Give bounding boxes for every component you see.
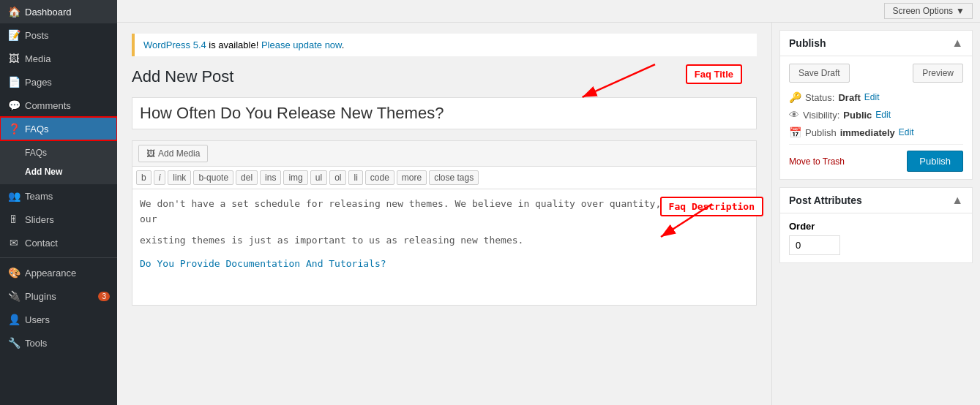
bold-button[interactable]: b — [136, 170, 152, 185]
publish-metabox: Publish ▲ Save Draft Preview 🔑 Status: D… — [779, 30, 973, 180]
post-attributes-collapse-icon[interactable]: ▲ — [951, 194, 963, 207]
post-title-input[interactable] — [132, 97, 757, 129]
content-area: WordPress 5.4 is available! Please updat… — [117, 23, 980, 405]
add-media-bar: 🖼 Add Media — [132, 140, 757, 166]
posts-icon: 📝 — [7, 29, 20, 41]
contact-icon: ✉ — [7, 237, 20, 249]
ul-button[interactable]: ul — [310, 170, 327, 185]
editor-line-4: Do You Provide Documentation And Tutoria… — [140, 257, 749, 272]
plugins-badge: 3 — [98, 292, 110, 301]
plugins-icon: 🔌 — [7, 290, 20, 302]
li-button[interactable]: li — [348, 170, 362, 185]
publish-title: Publish — [789, 37, 826, 49]
italic-button[interactable]: i — [154, 170, 166, 185]
calendar-icon: 📅 — [789, 126, 801, 138]
faqs-submenu: FAQs Add New — [0, 140, 117, 184]
users-icon: 👤 — [7, 314, 20, 325]
post-title-container: Faq Title — [132, 97, 757, 129]
status-icon: 🔑 — [789, 91, 801, 103]
publish-time-edit-link[interactable]: Edit — [899, 127, 914, 137]
appearance-icon: 🎨 — [7, 267, 20, 279]
publish-footer: Move to Trash Publish — [789, 144, 963, 172]
sidebar: 🏠 Dashboard 📝 Posts 🖼 Media 📄 Pages 💬 Co… — [0, 0, 117, 405]
sidebar-item-plugins[interactable]: 🔌 Plugins 3 — [0, 284, 117, 308]
sidebar-sub-faqs[interactable]: FAQs — [0, 143, 117, 162]
wordpress-version-link[interactable]: WordPress 5.4 — [143, 39, 206, 50]
status-edit-link[interactable]: Edit — [864, 92, 880, 102]
faqs-icon: ❓ — [7, 123, 20, 135]
visibility-row: 👁 Visibility: Public Edit — [789, 109, 963, 121]
add-media-icon: 🖼 — [146, 148, 155, 159]
preview-button[interactable]: Preview — [913, 64, 963, 83]
publish-button[interactable]: Publish — [907, 151, 963, 172]
del-button[interactable]: del — [236, 170, 258, 185]
editor-area: WordPress 5.4 is available! Please updat… — [117, 23, 771, 405]
page-title: Add New Post — [132, 67, 757, 86]
close-tags-button[interactable]: close tags — [429, 170, 479, 185]
post-attributes-title: Post Attributes — [789, 194, 862, 206]
sidebar-item-appearance[interactable]: 🎨 Appearance — [0, 261, 117, 284]
sliders-icon: 🎚 — [7, 213, 20, 225]
visibility-edit-link[interactable]: Edit — [875, 110, 891, 120]
update-notice: WordPress 5.4 is available! Please updat… — [132, 34, 757, 56]
comments-icon: 💬 — [7, 99, 20, 111]
sidebar-item-pages[interactable]: 📄 Pages — [0, 70, 117, 94]
img-button[interactable]: img — [283, 170, 307, 185]
post-attributes-metabox: Post Attributes ▲ Order — [779, 187, 973, 263]
more-button[interactable]: more — [397, 170, 427, 185]
sidebar-item-contact[interactable]: ✉ Contact — [0, 231, 117, 254]
sidebar-item-media[interactable]: 🖼 Media — [0, 47, 117, 70]
tools-icon: 🔧 — [7, 337, 20, 349]
editor-line-2: existing themes is just as important to … — [140, 233, 749, 249]
status-value: Draft — [838, 92, 860, 103]
topbar: Screen Options ▼ — [117, 0, 980, 23]
sidebar-item-dashboard[interactable]: 🏠 Dashboard — [0, 0, 117, 23]
main-content: Screen Options ▼ WordPress 5.4 is availa… — [117, 0, 980, 405]
sidebar-sub-add-new[interactable]: Add New — [0, 162, 117, 181]
publish-metabox-header: Publish ▲ — [780, 31, 972, 56]
faq-title-annotation: Faq Title — [686, 64, 742, 84]
sidebar-item-posts[interactable]: 📝 Posts — [0, 23, 117, 47]
post-attributes-header: Post Attributes ▲ — [780, 188, 972, 213]
dashboard-icon: 🏠 — [7, 6, 20, 18]
bquote-button[interactable]: b-quote — [193, 170, 233, 185]
publish-time-value: immediately — [840, 127, 895, 138]
move-to-trash-link[interactable]: Move to Trash — [789, 156, 845, 167]
editor-line-1: We don't have a set schedule for releasi… — [140, 197, 749, 227]
post-attributes-body: Order — [780, 213, 972, 262]
update-now-link[interactable]: Please update now — [261, 39, 342, 50]
order-label: Order — [789, 221, 963, 232]
faq-description-annotation: Faq Description — [660, 197, 763, 216]
screen-options-button[interactable]: Screen Options ▼ — [884, 3, 973, 19]
ins-button[interactable]: ins — [260, 170, 281, 185]
right-sidebar: Publish ▲ Save Draft Preview 🔑 Status: D… — [771, 23, 980, 405]
sidebar-item-teams[interactable]: 👥 Teams — [0, 184, 117, 208]
sidebar-item-users[interactable]: 👤 Users — [0, 308, 117, 331]
sidebar-item-tools[interactable]: 🔧 Tools — [0, 331, 117, 355]
add-media-button[interactable]: 🖼 Add Media — [138, 145, 208, 162]
sidebar-divider — [0, 257, 117, 258]
status-row: 🔑 Status: Draft Edit — [789, 91, 963, 103]
publish-metabox-body: Save Draft Preview 🔑 Status: Draft Edit … — [780, 56, 972, 179]
link-button[interactable]: link — [168, 170, 191, 185]
visibility-value: Public — [843, 110, 872, 121]
code-button[interactable]: code — [365, 170, 394, 185]
pages-icon: 📄 — [7, 76, 20, 88]
sidebar-item-faqs[interactable]: ❓ FAQs — [0, 117, 117, 140]
visibility-icon: 👁 — [789, 109, 799, 121]
chevron-down-icon: ▼ — [956, 6, 965, 16]
teams-icon: 👥 — [7, 190, 20, 202]
publish-actions: Save Draft Preview — [789, 64, 963, 83]
save-draft-button[interactable]: Save Draft — [789, 64, 850, 83]
sidebar-item-sliders[interactable]: 🎚 Sliders — [0, 208, 117, 231]
editor-toolbar: b i link b-quote del ins img ul ol li co… — [132, 166, 757, 189]
ol-button[interactable]: ol — [329, 170, 346, 185]
media-icon: 🖼 — [7, 53, 20, 64]
publish-time-row: 📅 Publish immediately Edit — [789, 126, 963, 138]
order-input[interactable] — [789, 235, 840, 255]
sidebar-item-comments[interactable]: 💬 Comments — [0, 94, 117, 117]
publish-collapse-icon[interactable]: ▲ — [951, 37, 963, 50]
editor-content[interactable]: Faq Description We don't have a set sche… — [132, 189, 757, 306]
